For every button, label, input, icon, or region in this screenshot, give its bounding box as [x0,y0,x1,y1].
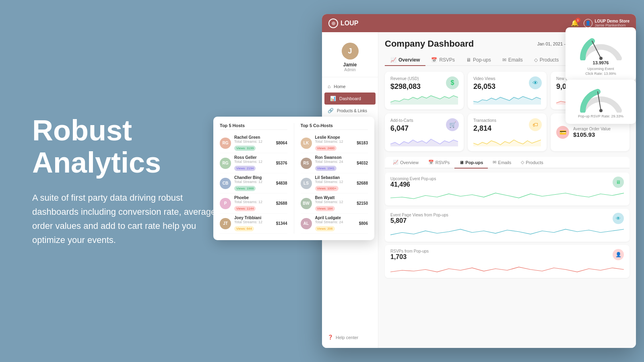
help-center-link[interactable]: ❓ Help center [322,331,378,343]
cohost3-streams: Total Streams: 12 [315,180,354,184]
aov-label: Average Order Value [573,127,611,131]
logo-text: LOUP [341,20,358,27]
rsvps-popups-value: 1,703 [390,253,624,261]
aov-value: $105.93 [573,131,611,138]
tab2-emails[interactable]: ✉ Emails [488,157,516,169]
home-icon: ⌂ [328,84,330,89]
host2-revenue: $5376 [276,161,287,165]
hosts-divider [294,123,294,234]
cohost5-avatar: AL [301,218,312,229]
gauge-click-rate-value: 13.9976 [593,60,609,65]
host1-badge: Views: 3199 [234,146,256,151]
notification-bell[interactable]: 🔔 3 [571,19,579,27]
right-panel: ◎ LOUP 🔔 3 👤 LOUP Demo Store Jamie Plank… [258,0,644,362]
heading-line1: Robust [32,114,132,146]
cohost5-streams: Total Streams: 24 [315,220,356,224]
stat-transactions: Transactions 2,814 🏷 [468,113,547,151]
gauge-rsvp-rate-container: Pop-up RSVP Rate: 29.33% [570,84,631,119]
host4-info: Phoebe Total Streams: 12 Views: 1144 [234,195,273,211]
logo-icon: ◎ [328,19,338,28]
tab-emails[interactable]: ✉ Emails [497,55,528,66]
dashboard-title: Company Dashboard [385,39,474,49]
cohost5-badge: Views: 206 [315,226,335,231]
cohost4-name: Ben Wyatt [315,195,354,200]
addtocart-icon: 🛒 [446,118,459,131]
cohosts-col-title: Top 5 Co-Hosts [301,123,368,130]
host3-revenue: $4838 [276,181,287,185]
stat-upcoming-popups: Upcoming Event Pop-ups 41,496 🖥 [385,173,630,206]
nav-label-dashboard: Dashboard [339,96,361,101]
user-avatar-icon: 👤 [584,19,592,28]
gauge-click-rate-container: 13.9976 Upcoming EventClick Rate: 13.99% [570,32,631,76]
nav-label-products: Products & Links [337,109,367,113]
notif-badge: 3 [576,18,580,23]
upcoming-popups-label: Upcoming Event Pop-ups [390,177,624,181]
cohost5-revenue: $806 [359,221,368,226]
dashboard-icon: 📊 [330,96,336,101]
cohost2-info: Ron Swanson Total Streams: 24 Views: 194… [315,155,354,171]
host2-avatar: RG [220,158,231,169]
host4-badge: Views: 1144 [234,206,256,211]
upcoming-popups-icon: 🖥 [613,177,624,188]
stat-revenue: Revenue (USD) $298,083 $ [385,72,464,109]
user-menu[interactable]: 👤 LOUP Demo Store Jamie Plankenhorn [584,19,630,28]
tab2-products[interactable]: ◇ Products [516,157,548,169]
gauge-click-rate-label: Upcoming EventClick Rate: 13.99% [585,67,616,76]
host1-info: Rachel Green Total Streams: 12 Views: 31… [234,135,273,151]
host5-name: Joey Tribbiani [234,216,273,220]
host5-info: Joey Tribbiani Total Streams: 12 Views: … [234,216,273,231]
tab-popups[interactable]: 🖥 Pop-ups [460,55,497,66]
cohost1-streams: Total Streams: 12 [315,140,354,144]
transactions-sparkline [473,135,541,146]
stat-videoviews: Video Views 26,053 👁 [468,72,547,109]
cohost2-avatar: RS [301,158,312,169]
cohost1-info: Leslie Knope Total Streams: 12 Views: 24… [315,135,354,151]
host-item-5: JT Joey Tribbiani Total Streams: 12 View… [220,214,287,234]
hosts-window: Top 5 Hosts RG Rachel Green Total Stream… [213,117,374,240]
tab-rsvps[interactable]: 📅 RSVPs [425,55,460,66]
tab2-popups[interactable]: 🖥 Pop-ups [454,157,488,169]
tab-products[interactable]: ◇ Products [528,55,564,66]
transactions-icon: 🏷 [529,118,542,131]
avatar-role: Admin [344,68,355,72]
nav-label-home: Home [334,84,345,89]
sidebar-item-dashboard[interactable]: 📊 Dashboard [324,93,376,105]
aov-info: Average Order Value $105.93 [573,127,611,138]
host1-avatar: RG [220,138,231,149]
host3-streams: Total Streams: 12 [234,180,273,184]
tab2-overview[interactable]: 📈 Overview [388,157,423,169]
cohost1-revenue: $6183 [357,141,368,145]
sidebar-item-home[interactable]: ⌂ Home [322,80,378,93]
user-info: LOUP Demo Store Jamie Plankenhorn [595,19,630,27]
user-name: Jamie Plankenhorn [595,23,630,27]
sidebar-item-products[interactable]: 🔗 Products & Links [322,105,378,117]
secondary-tabs: 📈 Overview 📅 RSVPs 🖥 Pop-ups ✉ Emails ◇ … [385,157,630,169]
cohost3-info: Lil Sebastian Total Streams: 12 Views: 1… [315,175,354,191]
cohost2-revenue: $4032 [357,161,368,165]
rsvps-popups-icon: 👤 [613,249,624,260]
host4-revenue: $2688 [276,201,287,206]
revenue-icon: $ [446,76,459,89]
host-item-1: RG Rachel Green Total Streams: 12 Views:… [220,133,287,153]
store-name: LOUP Demo Store [595,19,630,23]
cohost-item-5: AL April Ludgate Total Streams: 24 Views… [301,214,368,234]
host-item-4: P Phoebe Total Streams: 12 Views: 1144 $… [220,193,287,214]
hosts-columns: Top 5 Hosts RG Rachel Green Total Stream… [220,123,368,234]
svg-marker-4 [473,140,541,146]
cohost3-badge: Views: 1000+ [315,186,339,191]
tab-overview[interactable]: 📈 Overview [385,55,425,66]
description-text: A suite of first party data driving robu… [32,191,225,247]
tab2-rsvps[interactable]: 📅 RSVPs [423,157,454,169]
gauge-click-rate-svg [577,32,625,60]
cohost2-badge: Views: 1941 [315,166,336,171]
cohost-item-3: LS Lil Sebastian Total Streams: 12 Views… [301,173,368,193]
cohost4-avatar: BW [301,198,312,209]
topbar-right: 🔔 3 👤 LOUP Demo Store Jamie Plankenhorn [571,19,630,28]
host5-streams: Total Streams: 12 [234,220,273,224]
upcoming-popups-sparkline [390,190,624,200]
gauge-rsvp-rate-label: Pop-up RSVP Rate: 29.33% [578,114,623,119]
host4-streams: Total Streams: 12 [234,200,273,204]
host-item-2: RG Ross Geller Total Streams: 12 Views: … [220,153,287,173]
host2-streams: Total Streams: 12 [234,160,273,164]
svg-marker-3 [390,139,458,146]
